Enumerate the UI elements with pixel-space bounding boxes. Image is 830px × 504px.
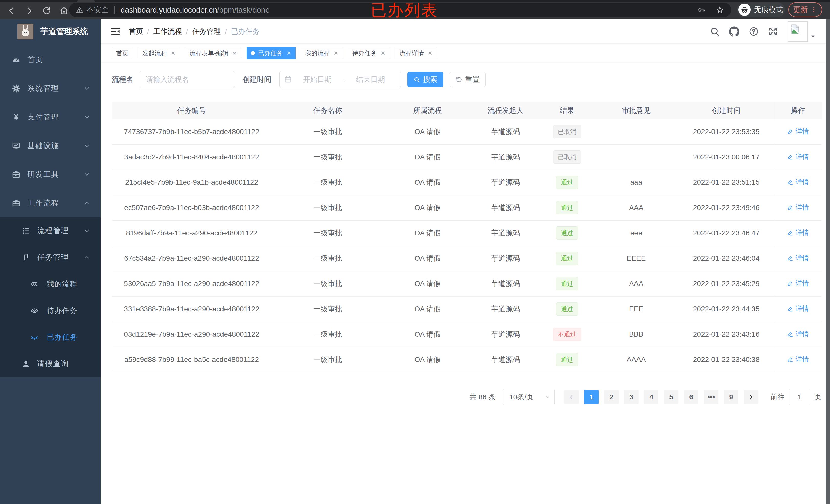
page-size-select[interactable]: 10条/页 (503, 389, 554, 405)
date-range-picker[interactable]: 开始日期 - 结束日期 (279, 71, 401, 88)
tab[interactable]: 我的流程 (301, 47, 343, 59)
detail-link[interactable]: 详情 (787, 355, 809, 364)
tab[interactable]: 已办任务 (247, 47, 296, 59)
page-button[interactable]: 3 (624, 390, 639, 404)
eye-icon (30, 306, 39, 315)
page-button[interactable]: 1 (584, 390, 599, 404)
close-icon[interactable] (427, 51, 433, 56)
sidebar-item[interactable]: 任务管理 (0, 244, 101, 271)
star-icon[interactable] (716, 6, 724, 14)
sidebar-item[interactable]: 我的流程 (0, 271, 101, 297)
dashboard-icon (11, 55, 21, 64)
gear-icon (11, 84, 21, 93)
end-date-placeholder[interactable]: 结束日期 (345, 75, 396, 85)
sidebar-item[interactable]: 首页 (0, 45, 101, 74)
edit-icon (787, 179, 793, 185)
breadcrumb-item[interactable]: 首页 (129, 27, 143, 36)
sidebar-item[interactable]: 系统管理 (0, 74, 101, 103)
cell-starter: 芋道源码 (471, 195, 540, 220)
page-button[interactable]: 5 (664, 390, 678, 404)
tab[interactable]: 首页 (112, 47, 133, 59)
page-button[interactable]: ••• (704, 390, 719, 404)
close-icon[interactable] (286, 51, 291, 56)
forward-icon[interactable] (25, 6, 34, 15)
tab[interactable]: 流程表单-编辑 (185, 47, 242, 59)
sidebar-fold-icon[interactable] (110, 26, 121, 37)
next-page-button[interactable] (744, 390, 758, 404)
sidebar-item[interactable]: 基础设施 (0, 132, 101, 160)
key-icon[interactable] (697, 6, 706, 14)
robot-icon (30, 280, 39, 288)
edit-icon (787, 331, 793, 337)
detail-link[interactable]: 详情 (787, 279, 809, 288)
sidebar-item[interactable]: 流程管理 (0, 217, 101, 244)
prev-page-button[interactable] (564, 390, 579, 404)
fullscreen-icon[interactable] (768, 26, 778, 37)
tab-label: 首页 (116, 49, 129, 57)
process-name-input[interactable] (139, 71, 235, 88)
github-icon[interactable] (729, 26, 739, 37)
sidebar-item[interactable]: 研发工具 (0, 160, 101, 189)
chevron-down-icon (84, 86, 90, 92)
close-icon[interactable] (232, 51, 237, 56)
detail-link[interactable]: 详情 (787, 152, 809, 161)
sidebar-item[interactable]: 已办任务 (0, 324, 101, 350)
home-icon[interactable] (59, 6, 69, 15)
caret-down-icon[interactable] (810, 34, 816, 39)
goto-unit: 页 (815, 392, 822, 402)
chevron-right-icon (748, 394, 755, 400)
search-button[interactable]: 搜索 (407, 72, 443, 87)
page-button[interactable]: 2 (604, 390, 618, 404)
kebab-menu-icon[interactable] (810, 6, 817, 13)
back-icon[interactable] (7, 6, 17, 15)
cell-created: 2022-01-23 00:06:17 (678, 144, 774, 170)
search-icon[interactable] (710, 26, 720, 37)
page-button[interactable]: 9 (724, 390, 738, 404)
security-label: 不安全 (87, 5, 109, 15)
tab[interactable]: 发起流程 (138, 47, 180, 59)
sidebar-item-label: 待办任务 (47, 306, 77, 315)
browser-update-button[interactable]: 更新 (788, 2, 822, 17)
sidebar-item[interactable]: 工作流程 (0, 189, 101, 217)
avatar[interactable] (788, 22, 808, 42)
cell-process: OA 请假 (384, 220, 471, 246)
sidebar-item[interactable]: 待办任务 (0, 297, 101, 324)
cell-created: 2022-01-22 23:49:46 (678, 195, 774, 220)
reload-icon[interactable] (42, 6, 51, 15)
goto-page-input[interactable] (789, 389, 810, 405)
question-icon[interactable] (748, 26, 759, 37)
page-button[interactable]: 6 (684, 390, 698, 404)
breadcrumb-item[interactable]: 工作流程 (143, 27, 182, 36)
sidebar-item[interactable]: 支付管理 (0, 103, 101, 132)
cell-comment: EEEE (594, 246, 678, 271)
sidebar-item[interactable]: 请假查询 (0, 350, 101, 377)
detail-link[interactable]: 详情 (787, 177, 809, 187)
start-date-placeholder[interactable]: 开始日期 (292, 75, 343, 85)
table-row: 215cf4e5-7b9b-11ec-9a1b-acde48001122 一级审… (112, 170, 822, 195)
detail-link[interactable]: 详情 (787, 228, 809, 237)
detail-link[interactable]: 详情 (787, 203, 809, 212)
breadcrumb-item[interactable]: 任务管理 (182, 27, 221, 36)
detail-link[interactable]: 详情 (787, 330, 809, 338)
tab[interactable]: 流程详情 (395, 47, 437, 59)
create-time-label: 创建时间 (243, 75, 272, 85)
detail-link[interactable]: 详情 (787, 304, 809, 313)
sidebar-item-label: 已办任务 (47, 332, 77, 342)
cell-comment: AAA (594, 271, 678, 296)
scrollbar[interactable] (826, 19, 830, 504)
reset-button[interactable]: 重置 (450, 72, 486, 87)
close-icon[interactable] (170, 51, 175, 56)
close-icon[interactable] (333, 51, 339, 56)
detail-link[interactable]: 详情 (787, 127, 809, 136)
close-icon[interactable] (380, 51, 386, 56)
user-icon (21, 359, 30, 368)
tab[interactable]: 待办任务 (348, 47, 390, 59)
page-button[interactable]: 4 (644, 390, 659, 404)
breadcrumb-item[interactable]: 已办任务 (221, 27, 260, 36)
filter-form: 流程名 创建时间 开始日期 - 结束日期 搜索 重置 (112, 71, 826, 88)
incognito-label: 无痕模式 (754, 5, 783, 14)
table-row: 74736737-7b9b-11ec-b5b7-acde48001122 一级审… (112, 119, 822, 144)
page-header: 首页工作流程任务管理已办任务 (101, 19, 826, 43)
cell-process: OA 请假 (384, 119, 471, 144)
detail-link[interactable]: 详情 (787, 254, 809, 263)
